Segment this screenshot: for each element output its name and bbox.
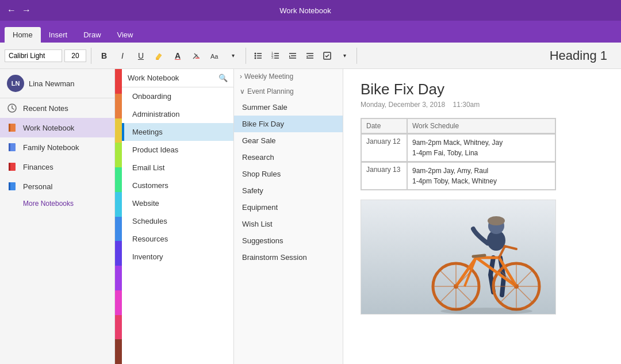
group-label: Weekly Meeting xyxy=(244,72,293,81)
color-strip-2 xyxy=(115,118,122,143)
pages-group-weekly-meeting[interactable]: › Weekly Meeting xyxy=(234,69,343,84)
color-strip-0 xyxy=(115,69,122,94)
chevron-right-icon: › xyxy=(240,72,242,81)
menu-tab-view[interactable]: View xyxy=(109,27,141,43)
svg-rect-23 xyxy=(9,124,10,132)
date-text: Monday, December 3, 2018 xyxy=(361,101,445,109)
page-brainstorm-session[interactable]: Brainstorm Session xyxy=(234,249,343,266)
page-safety[interactable]: Safety xyxy=(234,182,343,199)
pages-group-event-planning[interactable]: ∨ Event Planning xyxy=(234,84,343,99)
row-0-date: January 12 xyxy=(361,134,407,162)
section-administration[interactable]: Administration xyxy=(122,105,233,123)
back-button[interactable]: ← xyxy=(7,5,16,16)
sidebar-item-personal[interactable]: Personal xyxy=(0,177,114,196)
page-wish-list[interactable]: Wish List xyxy=(234,216,343,232)
sidebar-wrapper: LN Lina Newman Recent Notes Work Noteboo… xyxy=(0,69,122,364)
table-row-0: January 12 9am-2pm Mack, Whitney, Jay1-4… xyxy=(361,133,555,162)
sidebar-item-label: Personal xyxy=(23,182,52,191)
chevron-down-icon: ∨ xyxy=(240,87,245,95)
menu-tab-draw[interactable]: Draw xyxy=(75,27,109,43)
page-shop-rules[interactable]: Shop Rules xyxy=(234,166,343,182)
svg-point-46 xyxy=(440,308,532,315)
menu-tab-home[interactable]: Home xyxy=(5,27,41,43)
bold-button[interactable]: B xyxy=(96,48,112,64)
color-strip-6 xyxy=(115,217,122,242)
toolbar-separator-1 xyxy=(91,48,91,64)
font-color-button[interactable]: A xyxy=(170,48,186,64)
section-product-ideas[interactable]: Product Ideas xyxy=(122,141,233,159)
notebook-search-icon[interactable]: 🔍 xyxy=(218,74,228,82)
clear-format-button[interactable] xyxy=(188,48,204,64)
section-email-list[interactable]: Email List xyxy=(122,159,233,177)
decrease-indent-button[interactable] xyxy=(285,48,300,63)
notebook-panel-title: Work Notebook xyxy=(128,74,179,82)
window-title: Work Notebook xyxy=(279,6,331,15)
sidebar-item-family-notebook[interactable]: Family Notebook xyxy=(0,137,114,157)
row-1-schedule: 9am-2pm Jay, Amy, Raul1-4pm Toby, Mack, … xyxy=(407,162,555,190)
username: Lina Newman xyxy=(29,79,75,88)
page-equipment[interactable]: Equipment xyxy=(234,199,343,216)
color-strips xyxy=(115,69,122,364)
page-summer-sale[interactable]: Summer Sale xyxy=(234,99,343,116)
content-area: Bike Fix Day Monday, December 3, 2018 11… xyxy=(343,69,621,364)
color-strip-5 xyxy=(115,192,122,217)
svg-rect-29 xyxy=(9,182,10,190)
color-strip-8 xyxy=(115,266,122,290)
list-dropdown[interactable]: ▾ xyxy=(337,48,352,63)
increase-indent-button[interactable] xyxy=(302,48,317,63)
schedule-table: Date Work Schedule January 12 9am-2pm Ma… xyxy=(361,118,556,190)
heading-style: Heading 1 xyxy=(540,48,616,63)
sidebar-item-label: Work Notebook xyxy=(23,124,74,132)
svg-point-4 xyxy=(255,55,256,56)
avatar: LN xyxy=(7,75,24,92)
personal-icon xyxy=(7,181,17,191)
content-title: Bike Fix Day xyxy=(361,81,604,98)
row-0-schedule: 9am-2pm Mack, Whitney, Jay1-4pm Fai, Tob… xyxy=(407,134,555,162)
sidebar-item-recent-notes[interactable]: Recent Notes xyxy=(0,98,114,118)
highlight-button[interactable] xyxy=(151,48,167,64)
color-strip-7 xyxy=(115,241,122,266)
underline-button[interactable]: U xyxy=(133,48,149,64)
toolbar-separator-3 xyxy=(356,48,357,64)
menu-bar: Home Insert Draw View xyxy=(0,21,621,43)
section-onboarding[interactable]: Onboarding xyxy=(122,87,233,105)
sidebar-item-finances[interactable]: Finances xyxy=(0,157,114,177)
section-schedules[interactable]: Schedules xyxy=(122,212,233,230)
col-header-schedule: Work Schedule xyxy=(407,118,555,133)
notebook-panel-header: Work Notebook 🔍 xyxy=(122,69,233,87)
section-inventory[interactable]: Inventory xyxy=(122,248,233,266)
font-size-input[interactable] xyxy=(64,49,86,62)
font-name-input[interactable] xyxy=(5,49,62,62)
photo-illustration xyxy=(361,200,556,315)
sidebar-user[interactable]: LN Lina Newman xyxy=(0,69,114,98)
finances-icon xyxy=(7,162,17,172)
sidebar-item-label: Recent Notes xyxy=(23,104,68,113)
main-layout: LN Lina Newman Recent Notes Work Noteboo… xyxy=(0,69,621,364)
italic-button[interactable]: I xyxy=(114,48,131,64)
page-bike-fix-day[interactable]: Bike Fix Day xyxy=(234,116,343,132)
section-meetings[interactable]: Meetings xyxy=(122,123,233,141)
section-website[interactable]: Website xyxy=(122,194,233,212)
menu-tab-insert[interactable]: Insert xyxy=(41,27,76,43)
section-customers[interactable]: Customers xyxy=(122,177,233,194)
format-painter-button[interactable]: Aa xyxy=(206,48,223,64)
bullet-list-button[interactable] xyxy=(251,48,266,63)
page-gear-sale[interactable]: Gear Sale xyxy=(234,132,343,149)
group-label: Event Planning xyxy=(247,87,294,95)
svg-point-6 xyxy=(255,57,256,59)
color-strip-3 xyxy=(115,143,122,167)
forward-button[interactable]: → xyxy=(22,5,31,16)
svg-rect-25 xyxy=(9,143,10,151)
svg-point-33 xyxy=(488,216,505,225)
clock-icon xyxy=(7,103,17,113)
page-research[interactable]: Research xyxy=(234,149,343,166)
section-resources[interactable]: Resources xyxy=(122,230,233,248)
page-suggestions[interactable]: Suggestions xyxy=(234,232,343,249)
format-dropdown[interactable]: ▾ xyxy=(225,48,241,64)
sidebar-item-work-notebook[interactable]: Work Notebook xyxy=(0,118,114,137)
sidebar-item-label: Finances xyxy=(23,163,53,171)
checkbox-button[interactable] xyxy=(320,48,335,63)
toolbar: B I U A Aa ▾ 1.2.3. ▾ Heading 1 xyxy=(0,43,621,69)
more-notebooks-link[interactable]: More Notebooks xyxy=(0,196,114,211)
numbered-list-button[interactable]: 1.2.3. xyxy=(268,48,283,63)
